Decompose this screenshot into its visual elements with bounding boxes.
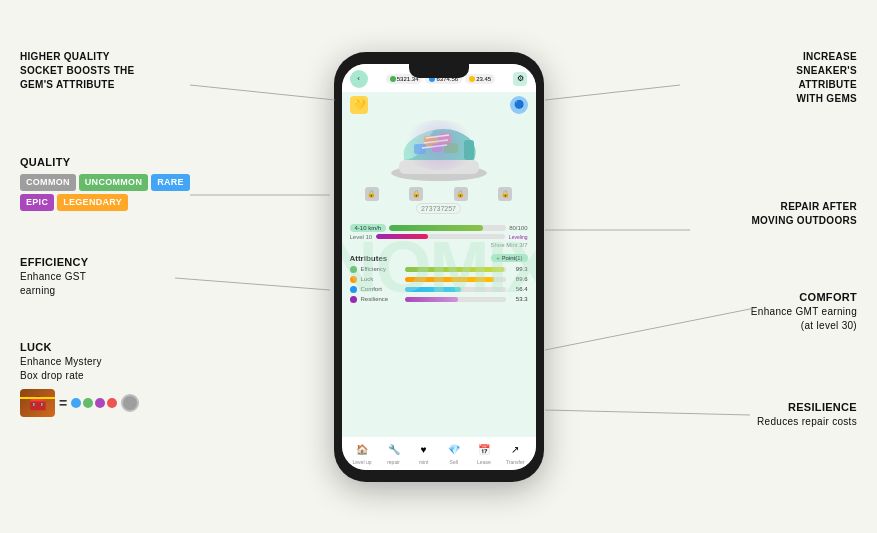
hp-bar [389, 225, 483, 231]
level-text: Level 10 [350, 234, 373, 240]
luck-label: Luck [361, 276, 401, 282]
comfort-annotation: COMFORT Enhance GMT earning (at level 30… [751, 290, 857, 333]
equals-sign: = [59, 394, 67, 414]
luck-body: Enhance Mystery Box drop rate [20, 355, 139, 383]
luck-title: LUCK [20, 340, 139, 355]
sol-dot [469, 76, 475, 82]
gems-attribute-annotation: INCREASE SNEAKER'S ATTRIBUTE WITH GEMS [796, 50, 857, 106]
shoe-mint: Shoe Mint 3/7 [350, 242, 528, 248]
lease-label: Lease [477, 459, 491, 465]
badge-rare: RARE [151, 174, 190, 191]
sell-icon: 💎 [446, 442, 462, 458]
efficiency-label: Efficiency [361, 266, 401, 272]
quality-title: QUALITY [20, 155, 220, 170]
efficiency-body: Enhance GST earning [20, 270, 88, 298]
sneaker-glow [399, 120, 479, 170]
lock-1: 🔒 [365, 187, 379, 201]
phone-mockup: NOMIX ‹ 5321.34 6374.56 23.45 [334, 52, 544, 482]
svg-line-11 [190, 85, 335, 100]
efficiency-value: 99.3 [510, 266, 528, 272]
repair-text: REPAIR AFTER MOVING OUTDOORS [751, 201, 857, 226]
attributes-title: Attributes [350, 254, 388, 263]
nav-mint[interactable]: ♥ mint [416, 442, 432, 465]
gem-blue [71, 398, 81, 408]
lock-3: 🔒 [454, 187, 468, 201]
svg-line-17 [545, 410, 750, 415]
resilience-annotation: RESILIENCE Reduces repair costs [757, 400, 857, 429]
level-bar-container [376, 234, 505, 239]
levelup-icon: 🏠 [354, 442, 370, 458]
comfort-bar-container [405, 287, 506, 292]
resilience-title: RESILIENCE [757, 400, 857, 415]
stats-bar: 4-10 km/h 80/100 Level 10 Leveling Shoe … [342, 222, 536, 250]
luck-annotation: LUCK Enhance Mystery Box drop rate 🧰 = [20, 340, 139, 417]
level-label: Leveling [509, 234, 528, 240]
nav-lease[interactable]: 📅 Lease [476, 442, 492, 465]
hp-bar-container [389, 225, 506, 231]
repair-annotation: REPAIR AFTER MOVING OUTDOORS [751, 200, 857, 228]
mint-icon: ♥ [416, 442, 432, 458]
comfort-bar [405, 287, 462, 292]
comfort-title: COMFORT [751, 290, 857, 305]
efficiency-dot [350, 266, 357, 273]
svg-line-16 [545, 308, 755, 350]
quality-annotation: QUALITY COMMON UNCOMMON RARE EPIC LEGEND… [20, 155, 220, 211]
resilience-bar-container [405, 297, 506, 302]
lease-icon: 📅 [476, 442, 492, 458]
nav-repair[interactable]: 🔧 repair [386, 442, 402, 465]
attr-resilience-row: Resilience 53.3 [350, 296, 528, 303]
hp-text: 80/100 [509, 225, 527, 231]
sneaker-area: 💛 🔵 [342, 92, 536, 222]
luck-bar-container [405, 277, 506, 282]
badge-legendary: LEGENDARY [57, 194, 128, 211]
nav-sell[interactable]: 💎 Sell [446, 442, 462, 465]
comfort-body: Enhance GMT earning (at level 30) [751, 305, 857, 333]
gem-cluster [71, 398, 117, 408]
attributes-header: Attributes + Point(1) [350, 254, 528, 263]
comfort-dot [350, 286, 357, 293]
lock-2: 🔒 [409, 187, 423, 201]
luck-dot [350, 276, 357, 283]
badge-uncommon: UNCOMMON [79, 174, 148, 191]
resilience-dot [350, 296, 357, 303]
nav-transfer[interactable]: ↗ Transfer [506, 442, 524, 465]
resilience-bar [405, 297, 459, 302]
settings-button[interactable]: ⚙ [513, 72, 527, 86]
attr-efficiency-row: Efficiency 99.3 [350, 266, 528, 273]
comfort-label: Comfort [361, 286, 401, 292]
luck-value: 89.6 [510, 276, 528, 282]
point-button[interactable]: + Point(1) [491, 254, 527, 262]
transfer-label: Transfer [506, 459, 524, 465]
phone-screen: NOMIX ‹ 5321.34 6374.56 23.45 [342, 64, 536, 470]
coin-icon [121, 394, 139, 412]
speed-row: 4-10 km/h 80/100 [350, 224, 528, 232]
attr-luck-row: Luck 89.6 [350, 276, 528, 283]
gem-boost-text: HIGHER QUALITY SOCKET BOOSTS THE GEM'S A… [20, 51, 135, 90]
gem-socket-left[interactable]: 💛 [350, 96, 368, 114]
back-button[interactable]: ‹ [350, 70, 368, 88]
sol-value: 23.45 [476, 76, 491, 82]
gst-dot [390, 76, 396, 82]
badge-epic: EPIC [20, 194, 54, 211]
nav-levelup[interactable]: 🏠 Level up [353, 442, 372, 465]
sneaker-image[interactable] [384, 108, 494, 183]
gem-green [83, 398, 93, 408]
efficiency-bar-container [405, 267, 506, 272]
lock-4: 🔒 [498, 187, 512, 201]
transfer-icon: ↗ [507, 442, 523, 458]
mint-label: mint [419, 459, 428, 465]
repair-icon: 🔧 [386, 442, 402, 458]
quality-badges: COMMON UNCOMMON RARE EPIC LEGENDARY [20, 174, 220, 210]
attributes-section: Attributes + Point(1) Efficiency 99.3 Lu… [342, 250, 536, 310]
gem-socket-right[interactable]: 🔵 [510, 96, 528, 114]
comfort-value: 56.4 [510, 286, 528, 292]
efficiency-annotation: EFFICIENCY Enhance GST earning [20, 255, 88, 298]
gem-red [107, 398, 117, 408]
luck-bar [405, 277, 495, 282]
resilience-label: Resilience [361, 296, 401, 302]
gems-attribute-text: INCREASE SNEAKER'S ATTRIBUTE WITH GEMS [796, 51, 857, 104]
lock-row: 🔒 🔒 🔒 🔒 [350, 187, 528, 201]
luck-icons: 🧰 = [20, 389, 139, 417]
efficiency-bar [405, 267, 505, 272]
repair-label: repair [387, 459, 400, 465]
